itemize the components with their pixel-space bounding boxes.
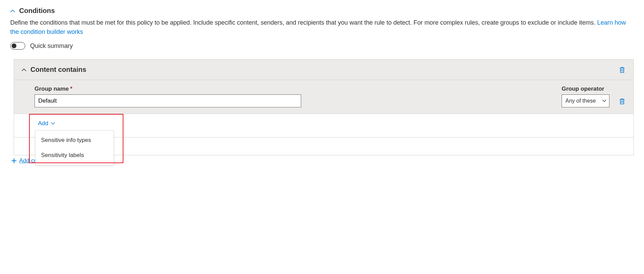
group-operator-field: Group operator Any of these	[562, 86, 609, 107]
group-operator-label: Group operator	[562, 86, 609, 92]
group-name-field: Group name*	[35, 86, 301, 107]
section-description: Define the conditions that must be met f…	[10, 18, 634, 37]
toggle-knob	[12, 43, 16, 48]
add-row: Add Sensitive info types Sensitivity lab…	[14, 114, 633, 137]
group-settings-row: Group name* Group operator Any of these	[14, 80, 633, 114]
chevron-down-icon	[51, 122, 55, 125]
add-button[interactable]: Add	[38, 120, 55, 127]
conditions-header[interactable]: Conditions	[10, 7, 634, 15]
trash-icon[interactable]	[619, 66, 625, 73]
content-contains-panel: Content contains Group name* Group opera…	[14, 59, 634, 155]
chevron-down-icon	[602, 100, 606, 102]
group-name-input[interactable]	[35, 94, 301, 107]
trash-icon[interactable]	[619, 98, 625, 105]
menu-item-sensitive-info-types[interactable]: Sensitive info types	[36, 133, 113, 148]
group-operator-select[interactable]: Any of these	[562, 94, 609, 107]
quick-summary-toggle[interactable]	[10, 42, 25, 50]
plus-icon	[12, 158, 16, 163]
menu-item-sensitivity-labels[interactable]: Sensitivity labels	[36, 148, 113, 163]
section-title: Conditions	[19, 7, 55, 15]
required-indicator: *	[70, 86, 72, 92]
quick-summary-label: Quick summary	[30, 42, 73, 50]
add-dropdown-menu: Sensitive info types Sensitivity labels	[35, 130, 114, 165]
group-name-label: Group name*	[35, 86, 301, 92]
chevron-up-icon	[10, 9, 15, 13]
chevron-up-icon[interactable]	[22, 67, 26, 72]
group-operator-value: Any of these	[565, 98, 596, 104]
quick-summary-toggle-row: Quick summary	[10, 42, 634, 50]
description-text: Define the conditions that must be met f…	[10, 19, 597, 26]
add-label: Add	[38, 120, 48, 127]
panel-title: Content contains	[30, 66, 86, 74]
panel-header: Content contains	[14, 60, 633, 80]
